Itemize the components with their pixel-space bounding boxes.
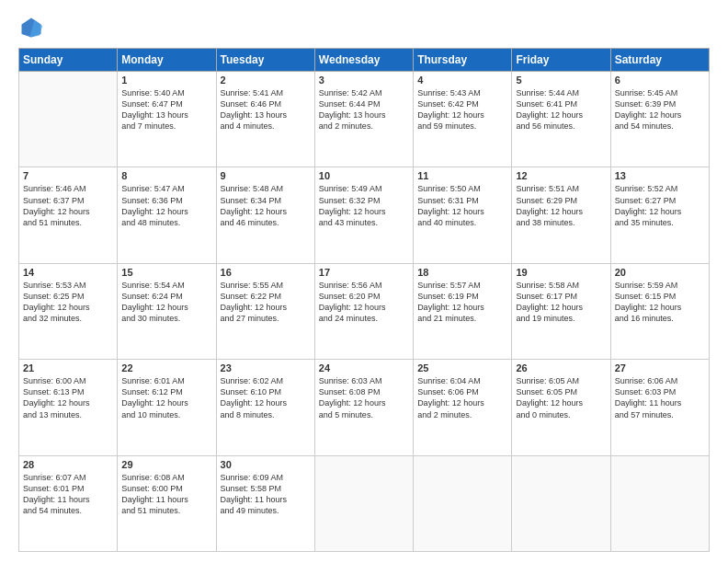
day-cell: 14Sunrise: 5:53 AMSunset: 6:25 PMDayligh… [19, 263, 118, 359]
day-number: 8 [121, 170, 211, 181]
day-cell: 24Sunrise: 6:03 AMSunset: 6:08 PMDayligh… [314, 360, 413, 455]
calendar: SundayMondayTuesdayWednesdayThursdayFrid… [18, 48, 710, 552]
day-info: Sunrise: 5:54 AMSunset: 6:24 PMDaylight:… [121, 280, 211, 325]
day-cell: 22Sunrise: 6:01 AMSunset: 6:12 PMDayligh… [118, 360, 216, 455]
day-number: 13 [615, 170, 705, 181]
day-info: Sunrise: 5:49 AMSunset: 6:32 PMDaylight:… [319, 183, 409, 228]
day-cell: 8Sunrise: 5:47 AMSunset: 6:36 PMDaylight… [118, 167, 216, 263]
day-info: Sunrise: 5:58 AMSunset: 6:17 PMDaylight:… [516, 280, 606, 325]
logo [18, 15, 48, 40]
day-number: 18 [417, 267, 507, 278]
weekday-header-wednesday: Wednesday [314, 49, 413, 72]
day-cell: 12Sunrise: 5:51 AMSunset: 6:29 PMDayligh… [512, 167, 610, 263]
weekday-header-friday: Friday [512, 49, 610, 72]
day-number: 14 [23, 267, 113, 278]
day-number: 4 [417, 75, 507, 86]
day-cell: 26Sunrise: 6:05 AMSunset: 6:05 PMDayligh… [512, 360, 610, 455]
day-number: 30 [221, 459, 311, 470]
weekday-header-tuesday: Tuesday [216, 49, 314, 72]
day-info: Sunrise: 6:05 AMSunset: 6:05 PMDaylight:… [516, 375, 606, 420]
day-number: 20 [615, 267, 705, 278]
day-number: 24 [319, 362, 409, 373]
week-row-4: 21Sunrise: 6:00 AMSunset: 6:13 PMDayligh… [19, 360, 710, 455]
day-number: 5 [516, 75, 606, 86]
day-number: 17 [319, 267, 409, 278]
day-cell: 5Sunrise: 5:44 AMSunset: 6:41 PMDaylight… [512, 72, 610, 167]
day-cell: 21Sunrise: 6:00 AMSunset: 6:13 PMDayligh… [19, 360, 118, 455]
week-row-5: 28Sunrise: 6:07 AMSunset: 6:01 PMDayligh… [19, 455, 710, 551]
day-cell: 11Sunrise: 5:50 AMSunset: 6:31 PMDayligh… [414, 167, 512, 263]
day-cell: 6Sunrise: 5:45 AMSunset: 6:39 PMDaylight… [610, 72, 709, 167]
day-cell: 18Sunrise: 5:57 AMSunset: 6:19 PMDayligh… [414, 263, 512, 359]
day-cell: 2Sunrise: 5:41 AMSunset: 6:46 PMDaylight… [216, 72, 314, 167]
day-number: 22 [121, 362, 211, 373]
weekday-header-thursday: Thursday [414, 49, 512, 72]
day-cell: 25Sunrise: 6:04 AMSunset: 6:06 PMDayligh… [414, 360, 512, 455]
day-cell: 28Sunrise: 6:07 AMSunset: 6:01 PMDayligh… [19, 455, 118, 551]
day-info: Sunrise: 5:50 AMSunset: 6:31 PMDaylight:… [417, 183, 507, 228]
day-info: Sunrise: 5:51 AMSunset: 6:29 PMDaylight:… [516, 183, 606, 228]
day-number: 16 [221, 267, 311, 278]
day-cell: 17Sunrise: 5:56 AMSunset: 6:20 PMDayligh… [314, 263, 413, 359]
day-cell: 15Sunrise: 5:54 AMSunset: 6:24 PMDayligh… [118, 263, 216, 359]
day-cell: 13Sunrise: 5:52 AMSunset: 6:27 PMDayligh… [610, 167, 709, 263]
day-info: Sunrise: 5:40 AMSunset: 6:47 PMDaylight:… [121, 87, 211, 132]
day-cell: 9Sunrise: 5:48 AMSunset: 6:34 PMDaylight… [216, 167, 314, 263]
day-info: Sunrise: 6:01 AMSunset: 6:12 PMDaylight:… [121, 375, 211, 420]
day-number: 10 [319, 170, 409, 181]
weekday-header-monday: Monday [118, 49, 216, 72]
day-number: 1 [121, 75, 211, 86]
day-number: 9 [221, 170, 311, 181]
day-number: 6 [615, 75, 705, 86]
day-cell: 19Sunrise: 5:58 AMSunset: 6:17 PMDayligh… [512, 263, 610, 359]
header [18, 15, 710, 40]
day-number: 25 [417, 362, 507, 373]
day-number: 21 [23, 362, 113, 373]
day-number: 27 [615, 362, 705, 373]
week-row-1: 1Sunrise: 5:40 AMSunset: 6:47 PMDaylight… [19, 72, 710, 167]
day-number: 26 [516, 362, 606, 373]
day-info: Sunrise: 5:41 AMSunset: 6:46 PMDaylight:… [221, 87, 311, 132]
day-info: Sunrise: 6:07 AMSunset: 6:01 PMDaylight:… [23, 472, 113, 517]
day-info: Sunrise: 5:42 AMSunset: 6:44 PMDaylight:… [319, 87, 409, 132]
day-info: Sunrise: 6:08 AMSunset: 6:00 PMDaylight:… [121, 472, 211, 517]
weekday-header-saturday: Saturday [610, 49, 709, 72]
day-info: Sunrise: 5:59 AMSunset: 6:15 PMDaylight:… [615, 280, 705, 325]
day-number: 19 [516, 267, 606, 278]
day-number: 7 [23, 170, 113, 181]
day-info: Sunrise: 6:09 AMSunset: 5:58 PMDaylight:… [221, 472, 311, 517]
day-cell [314, 455, 413, 551]
day-cell: 29Sunrise: 6:08 AMSunset: 6:00 PMDayligh… [118, 455, 216, 551]
day-cell: 10Sunrise: 5:49 AMSunset: 6:32 PMDayligh… [314, 167, 413, 263]
day-info: Sunrise: 5:56 AMSunset: 6:20 PMDaylight:… [319, 280, 409, 325]
logo-icon [18, 15, 44, 40]
day-cell: 3Sunrise: 5:42 AMSunset: 6:44 PMDaylight… [314, 72, 413, 167]
day-info: Sunrise: 5:48 AMSunset: 6:34 PMDaylight:… [221, 183, 311, 228]
day-number: 3 [319, 75, 409, 86]
day-number: 23 [221, 362, 311, 373]
day-info: Sunrise: 5:45 AMSunset: 6:39 PMDaylight:… [615, 87, 705, 132]
day-number: 28 [23, 459, 113, 470]
day-cell: 20Sunrise: 5:59 AMSunset: 6:15 PMDayligh… [610, 263, 709, 359]
day-info: Sunrise: 5:46 AMSunset: 6:37 PMDaylight:… [23, 183, 113, 228]
day-info: Sunrise: 6:03 AMSunset: 6:08 PMDaylight:… [319, 375, 409, 420]
day-info: Sunrise: 5:44 AMSunset: 6:41 PMDaylight:… [516, 87, 606, 132]
day-info: Sunrise: 5:47 AMSunset: 6:36 PMDaylight:… [121, 183, 211, 228]
day-number: 2 [221, 75, 311, 86]
weekday-header-row: SundayMondayTuesdayWednesdayThursdayFrid… [19, 49, 710, 72]
weekday-header-sunday: Sunday [19, 49, 118, 72]
day-info: Sunrise: 5:57 AMSunset: 6:19 PMDaylight:… [417, 280, 507, 325]
day-number: 12 [516, 170, 606, 181]
day-number: 15 [121, 267, 211, 278]
day-cell: 4Sunrise: 5:43 AMSunset: 6:42 PMDaylight… [414, 72, 512, 167]
day-number: 11 [417, 170, 507, 181]
day-cell: 30Sunrise: 6:09 AMSunset: 5:58 PMDayligh… [216, 455, 314, 551]
day-cell: 7Sunrise: 5:46 AMSunset: 6:37 PMDaylight… [19, 167, 118, 263]
day-cell: 23Sunrise: 6:02 AMSunset: 6:10 PMDayligh… [216, 360, 314, 455]
day-info: Sunrise: 6:00 AMSunset: 6:13 PMDaylight:… [23, 375, 113, 420]
day-info: Sunrise: 6:06 AMSunset: 6:03 PMDaylight:… [615, 375, 705, 420]
day-cell: 1Sunrise: 5:40 AMSunset: 6:47 PMDaylight… [118, 72, 216, 167]
day-info: Sunrise: 5:43 AMSunset: 6:42 PMDaylight:… [417, 87, 507, 132]
page: SundayMondayTuesdayWednesdayThursdayFrid… [0, 0, 728, 563]
day-cell [610, 455, 709, 551]
